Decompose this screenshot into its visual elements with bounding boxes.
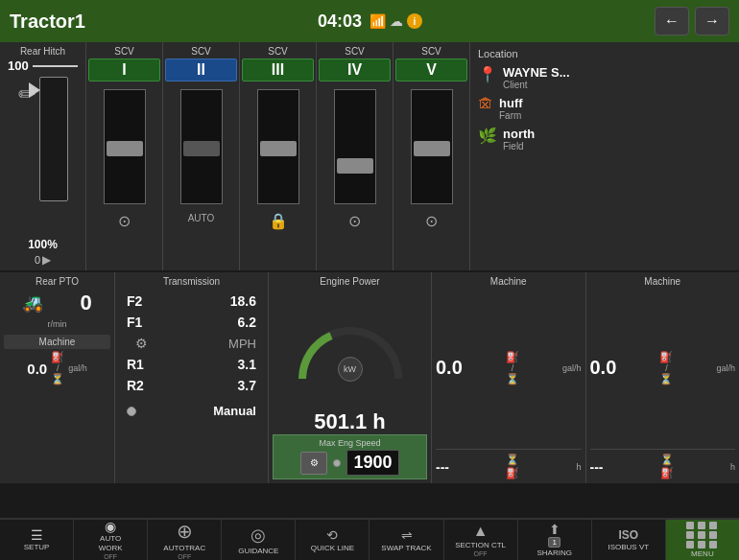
nav-forward-button[interactable]: → [695,7,729,35]
machine-2-label: Machine [590,276,736,287]
toolbar-guidance[interactable]: ◎ GUIDANCE [222,520,296,560]
location-label: Location [478,48,731,59]
trans-mode-dot [127,407,136,416]
location-client: 📍 WAYNE S... Client [478,65,731,90]
machine-1-label: Machine [436,276,582,287]
toolbar-quickline[interactable]: ⟲ QUICK LINE [296,520,370,560]
machine-1-top-unit: gal/h [562,363,582,373]
scv-1-slider[interactable] [104,89,146,204]
machine-1-bottom: --- ⏳ ⛽ h [436,454,582,479]
quickline-icon: ⟲ [326,527,338,543]
rear-pto-label: Rear PTO [4,276,110,287]
pto-fuel-value: 0.0 [27,361,47,377]
nav-back-button[interactable]: ← [655,7,689,35]
field-name: north [503,127,535,141]
engine-hours: 501.1 h [273,409,427,434]
hitch-track[interactable] [39,77,68,201]
rear-hitch-panel: Rear Hitch 100 ✏ 100% 0 ▶ [0,42,86,270]
machine-1-panel: Machine 0.0 ⛽ / ⏳ gal/h --- ⏳ ⛽ h [432,272,586,483]
machine-1-div: / [512,363,514,373]
clock: 04:03 [318,12,362,32]
toolbar-menu[interactable]: MENU [666,520,739,560]
scv-2-bottom[interactable]: AUTO [188,212,215,223]
toolbar-work[interactable]: ◉ AUTOWORK OFF [74,520,148,560]
scv-2-title[interactable]: II [165,58,237,82]
hitch-arrow-icon: ▶ [42,253,51,267]
sharing-icon: ⬆ [549,522,560,537]
scv-4-handle[interactable] [337,158,373,174]
pto-fuel-row: 0.0 ⛽ / ⏳ gal/h [4,351,110,385]
work-label: AUTOWORK [99,534,123,552]
scv-4-panel: SCV IV ⊙ [317,42,393,270]
toolbar-autotrac[interactable]: ⊕ AUTOTRAC OFF [148,520,222,560]
machine-1-pump2-icon: ⛽ [506,467,519,479]
trans-row-f2: F2 18.6 [119,291,264,312]
pto-machine-label: Machine [4,335,110,349]
machine-1-pump-icon: ⛽ [506,351,519,363]
scv-3-slider[interactable] [257,89,299,204]
machine-1-divider [436,449,582,450]
toolbar: ☰ SETUP ◉ AUTOWORK OFF ⊕ AUTOTRAC OFF ◎ … [0,518,739,560]
bottom-panel: Rear PTO 🚜 0 r/min Machine 0.0 ⛽ / ⏳ gal… [0,272,739,483]
sharing-label: SHARING [536,548,571,558]
toolbar-sharing[interactable]: ⬆ 1 SHARING [518,520,592,560]
field-type: Field [503,141,535,152]
scv-4-bottom[interactable]: ⊙ [348,212,361,230]
trans-gear-f1: F1 [127,315,155,330]
machine-2-hourglass-icon: ⏳ [659,373,673,385]
location-farm: 🏚 huff Farm [478,96,731,121]
header-center: 04:03 📶 ☁ i [318,12,422,32]
max-speed-label: Max Eng Speed [276,438,423,448]
scv-4-slider[interactable] [334,89,376,204]
rear-hitch-label: Rear Hitch [4,46,82,57]
engine-gauge: kW [273,291,427,409]
trans-mode-label: Manual [213,404,256,418]
menu-grid-icon [686,522,719,548]
swaptrack-icon: ⇌ [401,527,413,543]
sectionctl-label: SECTION CTL [455,541,506,550]
guidance-label: GUIDANCE [238,547,278,556]
trans-gear-r1: R1 [127,357,155,372]
gear-small-icon: ⚙ [310,457,319,468]
pto-fuel-unit: gal/h [68,363,87,373]
machine-2-pump2-icon: ⛽ [660,467,674,479]
setup-icon: ☰ [31,528,43,542]
farm-type: Farm [499,110,523,121]
toolbar-swaptrack[interactable]: ⇌ SWAP TRACK [370,520,443,560]
client-name: WAYNE S... [503,65,570,80]
max-speed-value: 1900 [346,450,398,476]
hitch-bottom-row: 100% [28,238,58,251]
scv-5-title[interactable]: V [395,58,467,82]
hitch-slider: 100 ✏ 100% 0 ▶ [4,58,82,267]
scv-3-bottom[interactable]: 🔒 [269,212,288,230]
scv-3-title[interactable]: III [242,58,314,82]
work-sublabel: OFF [104,553,117,560]
scv-4-title[interactable]: IV [319,58,391,82]
max-speed-row: ⚙ 1900 [276,450,423,476]
scv-3-panel: SCV III 🔒 [240,42,317,270]
scv-2-slider[interactable] [180,89,223,204]
max-speed-decrease-button[interactable]: ⚙ [300,452,327,475]
trans-val-f1: 6.2 [238,315,256,330]
scv-5-bottom[interactable]: ⊙ [425,212,438,230]
scv-5-handle[interactable] [414,141,450,156]
trans-gear-icon: ⚙ [127,336,155,351]
scv-1-handle[interactable] [107,141,143,156]
setup-label: SETUP [24,543,50,552]
toolbar-isobus[interactable]: ISO ISOBUS VT [592,520,666,560]
pto-unit: r/min [4,319,110,329]
machine-2-top: 0.0 ⛽ / ⏳ gal/h [590,291,736,445]
toolbar-setup[interactable]: ☰ SETUP [0,520,74,560]
signal-icon: 📶 [370,13,386,29]
scv-1-title[interactable]: I [88,58,160,82]
scv-1-panel: SCV I ⊙ [86,42,163,270]
cloud-icon: ☁ [390,13,403,29]
scv-1-bottom[interactable]: ⊙ [118,212,131,230]
scv-5-slider[interactable] [411,89,453,204]
scv-2-handle[interactable] [183,141,220,156]
trans-row-mph: ⚙ MPH [119,333,264,354]
machine-2-timer-icon: ⏳ [660,454,674,466]
hitch-zero: 0 [35,254,40,266]
toolbar-sectionctl[interactable]: ▲ SECTION CTL OFF [444,520,518,560]
scv-3-handle[interactable] [260,141,297,156]
